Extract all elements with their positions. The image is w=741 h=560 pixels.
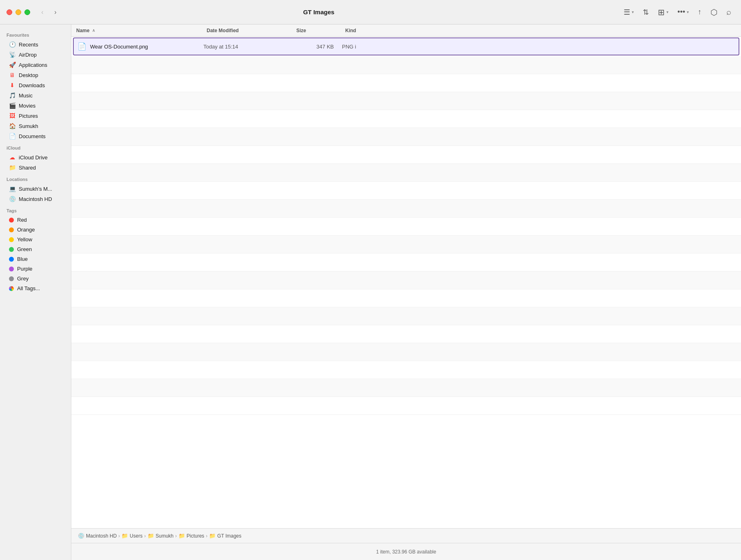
sidebar-label-recents: Recents (19, 42, 38, 48)
breadcrumb-separator: › (144, 533, 146, 539)
chevron-down-icon: ▾ (632, 10, 634, 14)
sidebar-label-pictures: Pictures (19, 113, 38, 119)
sidebar-item-tag-green[interactable]: Green (2, 245, 68, 254)
empty-row (71, 307, 741, 325)
empty-row (71, 236, 741, 254)
sidebar-item-desktop[interactable]: 🖥 Desktop (2, 70, 68, 80)
breadcrumb-separator: › (175, 533, 177, 539)
list-view-icon: ☰ (624, 8, 630, 17)
empty-row (71, 146, 741, 164)
orange-dot (9, 227, 14, 232)
breadcrumb-gt-images[interactable]: 📁 GT Images (209, 533, 241, 539)
sort-asc-icon: ∧ (92, 28, 95, 33)
main-area: Favourites 🕐 Recents 📡 AirDrop 🚀 Applica… (0, 24, 741, 560)
sidebar-label-all-tags: All Tags... (17, 285, 40, 291)
sidebar-item-macintosh-hd[interactable]: 💿 Macintosh HD (2, 194, 68, 204)
sidebar-label-documents: Documents (19, 133, 46, 139)
col-kind-header[interactable]: Kind (345, 28, 386, 33)
airdrop-icon: 📡 (9, 51, 15, 58)
grey-dot (9, 276, 14, 281)
sidebar-item-tag-purple[interactable]: Purple (2, 264, 68, 273)
grid-view-button[interactable]: ⊞ ▾ (655, 6, 672, 19)
file-list: 📄 Wear OS-Document.png Today at 15:14 34… (71, 37, 741, 528)
close-button[interactable] (7, 9, 12, 15)
blue-dot (9, 257, 14, 262)
sidebar-item-music[interactable]: 🎵 Music (2, 90, 68, 100)
icloud-label: iCloud (0, 141, 71, 152)
sidebar-label-sumukhs-mac: Sumukh's M... (19, 186, 52, 192)
shared-icon: 📁 (9, 164, 15, 171)
breadcrumb-sumukh[interactable]: 📁 Sumukh (148, 533, 174, 539)
sidebar-item-downloads[interactable]: ⬇ Downloads (2, 80, 68, 90)
grid-icon: ⊞ (658, 7, 665, 17)
file-area: Name ∧ Date Modified Size Kind 📄 Wear OS… (71, 24, 741, 560)
breadcrumb-label-pictures: Pictures (187, 533, 204, 539)
breadcrumb-pictures[interactable]: 📁 Pictures (179, 533, 204, 539)
folder-icon: 📁 (209, 533, 216, 539)
sort-icon: ⇅ (643, 8, 649, 17)
sidebar-label-icloud-drive: iCloud Drive (19, 154, 48, 161)
sidebar-item-shared[interactable]: 📁 Shared (2, 163, 68, 172)
list-view-button[interactable]: ☰ ▾ (620, 6, 637, 19)
breadcrumb-label-macintosh-hd: Macintosh HD (86, 533, 117, 539)
file-name: Wear OS-Document.png (90, 44, 148, 50)
sidebar-item-documents[interactable]: 📄 Documents (2, 131, 68, 141)
breadcrumb-macintosh-hd[interactable]: 💿 Macintosh HD (78, 533, 117, 539)
empty-row (71, 182, 741, 200)
sidebar-item-tag-orange[interactable]: Orange (2, 225, 68, 234)
sidebar-item-sumukh[interactable]: 🏠 Sumukh (2, 121, 68, 131)
sidebar-item-sumukhs-mac[interactable]: 💻 Sumukh's M... (2, 184, 68, 194)
sidebar-item-icloud-drive[interactable]: ☁ iCloud Drive (2, 152, 68, 162)
share-button[interactable]: ↑ (695, 6, 705, 19)
empty-row (71, 200, 741, 218)
sidebar-item-tag-red[interactable]: Red (2, 215, 68, 225)
downloads-icon: ⬇ (9, 82, 15, 88)
table-row[interactable]: 📄 Wear OS-Document.png Today at 15:14 34… (73, 37, 739, 55)
pictures-icon: 🖼 (9, 112, 15, 119)
sidebar-label-purple: Purple (17, 266, 33, 272)
file-name-col: 📄 Wear OS-Document.png (77, 42, 203, 51)
applications-icon: 🚀 (9, 62, 15, 68)
sidebar-label-airdrop: AirDrop (19, 52, 37, 58)
sumukh-icon: 🏠 (9, 123, 15, 129)
empty-row (71, 271, 741, 289)
breadcrumb-users[interactable]: 📁 Users (121, 533, 142, 539)
title-bar: ‹ › GT Images ☰ ▾ ⇅ ⊞ ▾ ••• ▾ ↑ ⬡ ⌕ (0, 0, 741, 24)
empty-row (71, 379, 741, 397)
sidebar-item-tag-yellow[interactable]: Yellow (2, 235, 68, 244)
sidebar-item-recents[interactable]: 🕐 Recents (2, 40, 68, 49)
search-button[interactable]: ⌕ (723, 6, 734, 19)
empty-row (71, 343, 741, 361)
breadcrumb: 💿 Macintosh HD › 📁 Users › 📁 Sumukh › 📁 … (71, 528, 741, 543)
favourites-label: Favourites (0, 29, 71, 39)
sidebar-item-tag-blue[interactable]: Blue (2, 254, 68, 264)
empty-row (71, 128, 741, 146)
laptop-icon: 💻 (9, 185, 15, 192)
sidebar-item-all-tags[interactable]: All Tags... (2, 284, 68, 293)
toolbar-right: ☰ ▾ ⇅ ⊞ ▾ ••• ▾ ↑ ⬡ ⌕ (620, 6, 734, 19)
file-icon: 📄 (77, 42, 87, 51)
movies-icon: 🎬 (9, 102, 15, 109)
status-text: 1 item, 323.96 GB available (376, 549, 436, 555)
folder-icon: 📁 (179, 533, 185, 539)
sidebar-item-pictures[interactable]: 🖼 Pictures (2, 111, 68, 121)
sidebar: Favourites 🕐 Recents 📡 AirDrop 🚀 Applica… (0, 24, 71, 560)
empty-row (71, 56, 741, 74)
all-tags-dot (9, 286, 14, 291)
yellow-dot (9, 237, 14, 242)
sidebar-item-airdrop[interactable]: 📡 AirDrop (2, 50, 68, 60)
sidebar-item-applications[interactable]: 🚀 Applications (2, 60, 68, 70)
col-date-header[interactable]: Date Modified (207, 28, 296, 33)
window-title: GT Images (17, 9, 620, 15)
sidebar-item-tag-grey[interactable]: Grey (2, 274, 68, 283)
empty-row (71, 397, 741, 415)
more-button[interactable]: ••• ▾ (674, 6, 692, 19)
tag-button[interactable]: ⬡ (707, 6, 721, 19)
sidebar-item-movies[interactable]: 🎬 Movies (2, 101, 68, 110)
sidebar-label-yellow: Yellow (17, 236, 32, 243)
sort-button[interactable]: ⇅ (640, 6, 652, 19)
col-size-header[interactable]: Size (296, 28, 345, 33)
col-name-header[interactable]: Name ∧ (76, 28, 207, 33)
empty-row (71, 74, 741, 92)
icloud-drive-icon: ☁ (9, 154, 15, 161)
